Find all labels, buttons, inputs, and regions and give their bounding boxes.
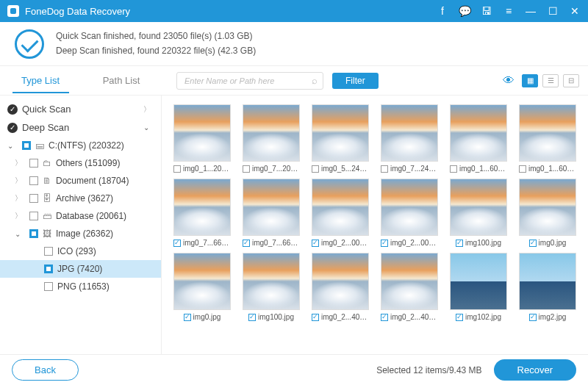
tree-document[interactable]: 〉 🗎 Document (18704): [0, 172, 161, 190]
thumbnail-item[interactable]: img0_2...00.jpg: [309, 179, 372, 247]
thumbnail-label: img0_2...40.jpg: [312, 313, 369, 321]
thumbnail-image[interactable]: [243, 104, 300, 162]
tree-jpg[interactable]: JPG (7420): [0, 260, 161, 278]
thumbnail-item[interactable]: img100.jpg: [240, 253, 303, 321]
save-icon[interactable]: 🖫: [481, 5, 492, 17]
search-input[interactable]: [176, 72, 323, 90]
thumbnail-item[interactable]: img0_7...66.jpg: [171, 179, 234, 247]
checkbox[interactable]: [44, 282, 53, 291]
tab-path-list[interactable]: Path List: [81, 68, 162, 93]
back-button[interactable]: Back: [12, 359, 79, 381]
tree-archive[interactable]: 〉 🗄 Archive (3627): [0, 190, 161, 207]
thumbnail-image[interactable]: [243, 179, 300, 236]
checkbox[interactable]: [44, 247, 53, 256]
minimize-icon[interactable]: —: [525, 5, 537, 17]
checkbox[interactable]: [29, 194, 38, 203]
thumbnail-checkbox[interactable]: [381, 240, 388, 247]
thumbnail-checkbox[interactable]: [173, 240, 181, 247]
thumbnail-image[interactable]: [381, 253, 438, 310]
checkbox[interactable]: [29, 159, 38, 168]
tree-image[interactable]: ⌄ 🖼 Image (26362): [0, 225, 161, 242]
thumbnail-checkbox[interactable]: [381, 314, 388, 321]
thumbnail-checkbox[interactable]: [312, 314, 319, 321]
thumbnail-item[interactable]: img0_7...20.jpg: [240, 104, 303, 173]
thumbnail-checkbox[interactable]: [173, 165, 181, 173]
maximize-icon[interactable]: ☐: [547, 5, 559, 17]
thumbnail-image[interactable]: [243, 253, 300, 310]
checkbox[interactable]: [29, 212, 38, 220]
thumbnail-item[interactable]: img0.jpg: [516, 179, 579, 247]
thumbnail-gallery: img0_1...20.jpgimg0_7...20.jpgimg0_5...2…: [162, 96, 588, 354]
thumbnail-item[interactable]: img0_1...60.jpg: [447, 104, 510, 173]
thumbnail-checkbox[interactable]: [381, 165, 388, 173]
thumbnail-item[interactable]: img0_2...40.jpg: [309, 253, 372, 321]
thumbnail-image[interactable]: [519, 179, 576, 236]
chevron-right-icon: 〉: [143, 104, 154, 115]
thumbnail-checkbox[interactable]: [248, 314, 256, 321]
thumbnail-item[interactable]: img0_5...24.jpg: [309, 104, 372, 173]
tree-png[interactable]: PNG (11653): [0, 278, 161, 295]
feedback-icon[interactable]: 💬: [459, 5, 470, 17]
thumbnail-checkbox[interactable]: [312, 240, 319, 247]
thumbnail-label: img102.jpg: [456, 313, 501, 321]
thumbnail-image[interactable]: [312, 253, 369, 310]
thumbnail-checkbox[interactable]: [529, 240, 537, 247]
thumbnail-image[interactable]: [450, 179, 507, 236]
scan-status: Quick Scan finished, found 23050 file(s)…: [0, 22, 588, 66]
thumbnail-item[interactable]: img0.jpg: [171, 253, 234, 321]
tree-quick-scan[interactable]: ✓ Quick Scan 〉: [0, 100, 161, 118]
thumbnail-item[interactable]: img0_1...20.jpg: [171, 104, 234, 173]
filter-button[interactable]: Filter: [332, 73, 379, 89]
tab-type-list[interactable]: Type List: [0, 68, 81, 93]
detail-view-button[interactable]: ⊟: [563, 74, 579, 87]
thumbnail-checkbox[interactable]: [450, 165, 457, 173]
thumbnail-image[interactable]: [312, 179, 369, 236]
thumbnail-image[interactable]: [381, 104, 438, 162]
tree-ico[interactable]: ICO (293): [0, 242, 161, 260]
thumbnail-image[interactable]: [173, 104, 231, 162]
grid-view-button[interactable]: ▦: [522, 74, 538, 87]
thumbnail-checkbox[interactable]: [456, 240, 463, 247]
thumbnail-image[interactable]: [519, 104, 576, 162]
app-logo: [7, 5, 19, 17]
checkbox[interactable]: [29, 176, 38, 185]
thumbnail-item[interactable]: img0_7...66.jpg: [240, 179, 303, 247]
tree-database[interactable]: 〉 🗃 Database (20061): [0, 207, 161, 225]
tree-others[interactable]: 〉 🗀 Others (151099): [0, 154, 161, 172]
thumbnail-checkbox[interactable]: [519, 165, 526, 173]
thumbnail-checkbox[interactable]: [312, 165, 319, 173]
thumbnail-image[interactable]: [450, 104, 507, 162]
document-icon: 🗎: [43, 176, 53, 186]
thumbnail-item[interactable]: img102.jpg: [447, 253, 510, 321]
checkbox[interactable]: [22, 141, 31, 150]
thumbnail-item[interactable]: img0_7...24.jpg: [378, 104, 441, 173]
thumbnail-checkbox[interactable]: [243, 165, 250, 173]
checkbox[interactable]: [29, 229, 38, 238]
thumbnail-checkbox[interactable]: [243, 240, 250, 247]
thumbnail-image[interactable]: [450, 253, 507, 310]
thumbnail-image[interactable]: [312, 104, 369, 162]
recover-button[interactable]: Recover: [494, 359, 576, 381]
thumbnail-image[interactable]: [519, 253, 576, 310]
preview-icon[interactable]: 👁: [503, 74, 514, 87]
tree-deep-scan[interactable]: ✓ Deep Scan ⌄: [0, 118, 161, 137]
thumbnail-item[interactable]: img0_1...60.jpg: [516, 104, 579, 173]
tree-drive[interactable]: ⌄ 🖴 C:(NTFS) (220322): [0, 137, 161, 154]
thumbnail-image[interactable]: [381, 179, 438, 236]
thumbnail-item[interactable]: img0_2...40.jpg: [378, 253, 441, 321]
search-icon[interactable]: ⌕: [312, 75, 318, 86]
thumbnail-checkbox[interactable]: [456, 314, 463, 321]
list-view-button[interactable]: ☰: [542, 74, 559, 87]
thumbnail-item[interactable]: img0_2...00.jpg: [378, 179, 441, 247]
thumbnail-checkbox[interactable]: [529, 314, 537, 321]
checkbox[interactable]: [44, 265, 53, 273]
thumbnail-checkbox[interactable]: [184, 314, 191, 321]
check-icon: ✓: [7, 104, 18, 115]
thumbnail-item[interactable]: img100.jpg: [447, 179, 510, 247]
close-icon[interactable]: ✕: [569, 5, 581, 17]
thumbnail-image[interactable]: [173, 253, 231, 310]
facebook-icon[interactable]: f: [437, 5, 448, 17]
menu-icon[interactable]: ≡: [503, 5, 514, 17]
thumbnail-image[interactable]: [173, 179, 231, 236]
thumbnail-item[interactable]: img2.jpg: [516, 253, 579, 321]
